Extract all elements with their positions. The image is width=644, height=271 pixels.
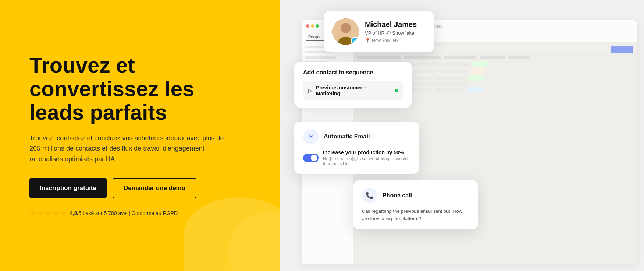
hero-subtitle: Trouvez, contactez et concluez vos achet… xyxy=(29,133,235,165)
mockup-row-3 xyxy=(357,75,633,81)
sidebar-row-5 xyxy=(305,67,334,69)
nav-people: People xyxy=(356,24,368,28)
dot-red xyxy=(306,24,309,28)
star-2: ★ xyxy=(37,209,44,218)
demo-button[interactable]: Demander une démo xyxy=(113,178,196,198)
tab-companies: Companies xyxy=(330,34,355,40)
mockup-content xyxy=(353,42,637,264)
sidebar-row-1 xyxy=(305,46,341,48)
star-3: ★ xyxy=(45,209,51,218)
mockup-row-4 xyxy=(357,82,633,85)
sidebar-row-8 xyxy=(305,84,332,86)
tab-lists: Lists xyxy=(360,34,373,40)
star-5: ★ xyxy=(60,209,67,218)
app-logo: ▲ xyxy=(324,23,331,29)
dot-yellow xyxy=(311,24,314,28)
mockup-tabs: People Companies Lists Saved Searches xyxy=(302,32,637,42)
cta-buttons: Inscription gratuite Demander une démo xyxy=(29,178,250,198)
nav-saved: Saved Searches xyxy=(413,24,442,28)
star-1: ★ xyxy=(29,209,36,218)
mockup-sidebar xyxy=(302,42,353,264)
nav-home: ⌂ Home xyxy=(336,24,351,28)
th-title xyxy=(404,56,441,59)
th-company xyxy=(444,56,477,59)
nav-companies: Companies xyxy=(374,24,394,28)
tab-saved-searches: Saved Searches xyxy=(379,34,413,40)
hero-section: Trouvez et convertissez les leads parfai… xyxy=(0,0,644,271)
hero-title: Trouvez et convertissez les leads parfai… xyxy=(29,53,250,124)
th-email xyxy=(480,56,505,59)
mockup-row-5 xyxy=(357,87,633,92)
mockup-action-btn xyxy=(611,46,633,53)
dot-green xyxy=(316,24,319,28)
left-content: Trouvez et convertissez les leads parfai… xyxy=(29,53,250,218)
sidebar-row-7 xyxy=(305,78,338,81)
mockup-search xyxy=(357,46,608,53)
rating-value: 4,8/5 basé sur 5 780 avis | Conforme au … xyxy=(70,210,178,216)
star-4: ★ xyxy=(53,209,59,218)
sidebar-row-3 xyxy=(305,56,336,59)
app-nav-items: ⌂ Home People Companies Lists Saved Sear… xyxy=(336,24,442,28)
window-dots xyxy=(306,24,319,28)
mockup-table-header xyxy=(357,56,633,59)
tab-people: People xyxy=(306,34,324,41)
mockup-body xyxy=(302,42,637,264)
sidebar-row-2 xyxy=(305,51,332,53)
nav-lists: Lists xyxy=(399,24,408,28)
sidebar-row-6 xyxy=(305,73,330,75)
right-panel: ▲ ⌂ Home People Companies Lists Saved Se… xyxy=(280,0,644,271)
sidebar-row-4 xyxy=(305,61,327,64)
rating-row: ★ ★ ★ ★ ★ 4,8/5 basé sur 5 780 avis | Co… xyxy=(29,209,250,218)
mockup-row-2 xyxy=(357,68,633,74)
signup-button[interactable]: Inscription gratuite xyxy=(29,178,107,198)
app-mockup-background: ▲ ⌂ Home People Companies Lists Saved Se… xyxy=(302,20,637,264)
star-rating: ★ ★ ★ ★ ★ xyxy=(29,209,67,218)
left-panel: Trouvez et convertissez les leads parfai… xyxy=(0,0,280,271)
mockup-search-row xyxy=(357,46,633,53)
th-name xyxy=(357,56,401,59)
th-phone xyxy=(508,56,530,59)
mockup-topbar: ▲ ⌂ Home People Companies Lists Saved Se… xyxy=(302,20,637,32)
mockup-row-1 xyxy=(357,61,633,67)
